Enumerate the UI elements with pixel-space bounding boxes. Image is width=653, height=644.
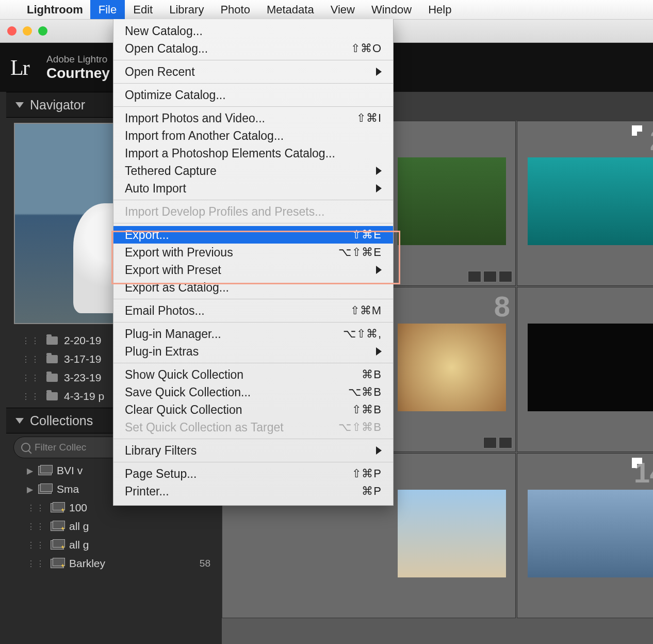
menu-separator [113, 223, 393, 223]
menu-library[interactable]: Library [161, 0, 212, 19]
drag-handle-icon: ⋮⋮ [22, 373, 40, 383]
menu-item-label: Import from Another Catalog... [125, 129, 284, 143]
menu-shortcut: ⇧⌘P [352, 467, 382, 480]
navigator-label: Navigator [30, 98, 85, 112]
grid-cell[interactable]: 2 [517, 121, 653, 286]
submenu-arrow-icon [376, 266, 382, 274]
menu-item[interactable]: Optimize Catalog... [113, 86, 393, 104]
thumbnail-image [528, 157, 653, 245]
menu-shortcut: ⇧⌘I [356, 111, 382, 125]
badge-icon[interactable] [468, 271, 481, 282]
menu-item[interactable]: Show Quick Collection⌘B [113, 366, 393, 383]
menu-item[interactable]: Open Catalog...⇧⌘O [113, 40, 393, 57]
submenu-arrow-icon [376, 446, 382, 455]
collection-name: Barkley [69, 557, 105, 570]
thumbnail-image [398, 324, 506, 411]
menu-item[interactable]: Export as Catalog... [113, 279, 393, 296]
menu-item-label: Import a Photoshop Elements Catalog... [125, 147, 335, 160]
menu-shortcut: ⌥⇧⌘E [338, 246, 382, 259]
menu-item[interactable]: Printer...⌘P [113, 482, 393, 500]
grid-cell[interactable] [517, 287, 653, 452]
collection-row[interactable]: ⋮⋮all g [6, 517, 218, 536]
menu-item[interactable]: Library Filters [113, 442, 393, 459]
menu-item: Import Develop Profiles and Presets... [113, 203, 393, 220]
menu-item[interactable]: Export with Previous⌥⇧⌘E [113, 244, 393, 261]
menu-shortcut: ⌥⇧⌘B [338, 421, 382, 434]
menu-separator [113, 439, 393, 439]
badge-icon[interactable] [499, 437, 512, 448]
folder-icon [46, 374, 58, 382]
menu-item[interactable]: Import a Photoshop Elements Catalog... [113, 144, 393, 162]
menu-window[interactable]: Window [363, 0, 420, 19]
collection-name: Sma [57, 483, 79, 495]
filter-placeholder: Filter Collec [35, 442, 86, 453]
zoom-window-button[interactable] [38, 26, 47, 36]
folder-name: 3-23-19 [64, 372, 101, 384]
thumbnail-badges [483, 437, 512, 448]
badge-icon[interactable] [499, 271, 512, 282]
disclosure-triangle-icon [15, 418, 24, 424]
cell-index: 8 [494, 289, 510, 323]
menu-view[interactable]: View [322, 0, 363, 19]
menu-item[interactable]: Clear Quick Collection⇧⌘B [113, 401, 393, 418]
menu-shortcut: ⇧⌘O [351, 42, 382, 55]
collection-name: 100 [69, 502, 87, 514]
menu-shortcut: ⇧⌘M [350, 304, 382, 317]
menu-help[interactable]: Help [420, 0, 460, 19]
menu-separator [113, 83, 393, 84]
menu-metadata[interactable]: Metadata [258, 0, 322, 19]
collection-icon [38, 466, 52, 475]
menu-item-label: Save Quick Collection... [125, 385, 251, 399]
menu-item[interactable]: Page Setup...⇧⌘P [113, 465, 393, 482]
menu-shortcut: ⌘P [362, 485, 382, 498]
menu-item[interactable]: Import Photos and Video...⇧⌘I [113, 109, 393, 127]
folder-name: 3-17-19 [64, 353, 101, 365]
menu-separator [113, 299, 393, 299]
menu-item[interactable]: Plug-in Extras [113, 343, 393, 360]
drag-handle-icon: ⋮⋮ [27, 559, 45, 569]
badge-icon[interactable] [483, 437, 497, 448]
collection-name: BVI v [57, 464, 83, 477]
collection-row[interactable]: ⋮⋮Barkley58 [6, 554, 218, 573]
thumbnail-image [398, 157, 506, 245]
menu-item[interactable]: Save Quick Collection...⌥⌘B [113, 383, 393, 401]
menu-item[interactable]: Tethered Capture [113, 162, 393, 180]
minimize-window-button[interactable] [23, 26, 32, 36]
menu-edit[interactable]: Edit [125, 0, 161, 19]
folder-icon [46, 392, 58, 400]
menu-photo[interactable]: Photo [212, 0, 258, 19]
menu-item-label: Open Catalog... [125, 42, 208, 56]
menu-file[interactable]: File [90, 0, 125, 19]
mac-menubar: Lightroom FileEditLibraryPhotoMetadataVi… [0, 0, 653, 19]
menu-item[interactable]: Email Photos...⇧⌘M [113, 302, 393, 319]
lightroom-logo-icon: Lr [10, 55, 46, 80]
thumbnail-image [528, 324, 653, 411]
app-menu[interactable]: Lightroom [20, 3, 90, 17]
menu-item[interactable]: New Catalog... [113, 22, 393, 40]
menu-item[interactable]: Auto Import [113, 180, 393, 197]
close-window-button[interactable] [7, 26, 17, 36]
collection-count: 58 [200, 558, 210, 569]
menu-item[interactable]: Export with Preset [113, 261, 393, 279]
menu-shortcut: ⇧⌘B [352, 403, 382, 416]
menu-item-label: Export with Previous [125, 246, 233, 260]
menu-shortcut: ⌥⇧⌘, [343, 327, 382, 341]
grid-cell[interactable]: 14 [517, 453, 653, 618]
flag-icon[interactable] [632, 125, 642, 136]
expand-caret-icon[interactable]: ▶ [27, 485, 33, 494]
menu-item[interactable]: Import from Another Catalog... [113, 127, 393, 144]
submenu-arrow-icon [376, 347, 382, 356]
menu-item-label: Tethered Capture [125, 164, 217, 178]
cell-index: 2 [650, 123, 653, 157]
identity-plate[interactable]: Adobe Lightro Courtney [46, 54, 110, 82]
menu-item[interactable]: Export...⇧⌘E [113, 226, 393, 244]
badge-icon[interactable] [483, 271, 497, 282]
menu-item[interactable]: Open Recent [113, 63, 393, 81]
menu-item-label: Auto Import [125, 182, 186, 196]
menu-item[interactable]: Plug-in Manager...⌥⇧⌘, [113, 325, 393, 343]
collection-icon [51, 540, 64, 550]
expand-caret-icon[interactable]: ▶ [27, 466, 33, 476]
menu-shortcut: ⌥⌘B [348, 385, 382, 399]
collection-row[interactable]: ⋮⋮all g [6, 536, 218, 554]
collection-icon [51, 559, 64, 568]
